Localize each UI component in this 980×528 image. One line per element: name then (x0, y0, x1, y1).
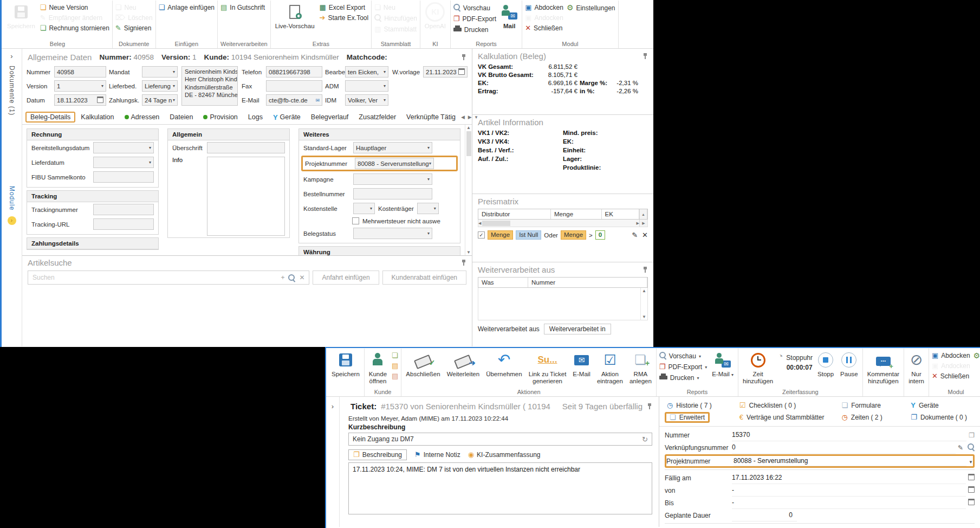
icon-button[interactable]: ▤ (392, 372, 398, 380)
filter-value-chip[interactable]: 0 (595, 230, 605, 240)
table-scrollbar[interactable]: ▲▼ (640, 288, 647, 320)
hinzufuegen-button[interactable]: Hinzufügen (374, 14, 417, 23)
andocken-button[interactable]: ▣Andocken (525, 14, 563, 22)
filter-checkbox[interactable]: ✓ (478, 231, 485, 239)
field-value[interactable]: 17.11.2023 16:22 (732, 472, 966, 484)
drucken-button[interactable]: Drucken (453, 25, 496, 34)
col-ek[interactable]: EK (602, 209, 639, 219)
pencil-icon[interactable]: ✎ (958, 444, 963, 452)
calendar-icon[interactable] (458, 68, 465, 75)
details-tab-dokumente-0[interactable]: ❐Dokumente ( 0 ) (908, 412, 975, 423)
field-value[interactable]: 0 (732, 441, 956, 454)
pin-icon[interactable] (642, 267, 648, 273)
tab-beleg-details[interactable]: Beleg-Details (25, 112, 75, 123)
neue-version-button[interactable]: ❏Neue Version (40, 4, 109, 11)
calendar-icon[interactable] (968, 486, 975, 494)
empfaenger-aendern-button[interactable]: ✎Empfänger ändern (40, 14, 109, 22)
field-verknuepfungsnummer[interactable]: Verknüpfungsnummer0✎ (665, 441, 975, 454)
mail-button[interactable]: ✉Mail (499, 1, 519, 30)
neu-button[interactable]: ❏Neu (374, 4, 417, 11)
edit-filter-icon[interactable]: ✎ (632, 231, 638, 239)
stammblatt-button[interactable]: ▥Stammblatt (374, 25, 417, 33)
adm-combo[interactable]: ▾ (345, 80, 388, 92)
field-nummer[interactable]: Nummer15370❐ (665, 429, 975, 441)
aktion-eintragen-button[interactable]: ☑Aktion eintragen (595, 349, 625, 385)
details-tab-checklisten-0[interactable]: ☑Checklisten ( 0 ) (737, 400, 840, 410)
preismatrix-hscrollbar[interactable]: ◀▶▶ (478, 220, 648, 227)
fibu-sammelkonto-field[interactable] (93, 171, 154, 183)
rechnung-stornieren-button[interactable]: ❏Rechnung stornieren (40, 24, 109, 32)
openai-button[interactable]: KIOpenAI (423, 1, 447, 30)
standard-lager-combo[interactable]: Hauptlager▾ (353, 142, 432, 153)
ueberschrift-field[interactable] (207, 142, 285, 153)
details-tab-zeiten-2[interactable]: ◷Zeiten ( 2 ) (840, 412, 909, 423)
idm-combo[interactable]: Volker, Ver▾ (345, 94, 388, 106)
neu-button[interactable]: ❏Neu (115, 4, 153, 11)
clear-icon[interactable]: ✕ (299, 274, 304, 281)
kunde-oeffnen-button[interactable]: Kunde öffnen (367, 349, 388, 385)
belegstatus-combo[interactable]: ▾ (353, 228, 432, 239)
ticket-tab-beschreibung[interactable]: ❐Beschreibung (348, 449, 407, 460)
calendar-icon[interactable] (968, 499, 975, 507)
col-distributor[interactable]: Distributor (478, 209, 551, 219)
copy-icon[interactable]: ❐ (969, 432, 975, 439)
search-sm-icon[interactable] (968, 443, 975, 452)
anlage-einfuegen-button[interactable]: ❏Anlage einfügen (159, 4, 215, 11)
schliessen-button[interactable]: ✕Schließen (525, 24, 563, 32)
e-mail-button[interactable]: ✉E-Mail ▾ (710, 349, 735, 378)
kostentraeger-combo[interactable]: ▾ (417, 203, 439, 214)
field-value[interactable]: 15370 (732, 429, 966, 441)
kundenrabatt-einfuegen-button[interactable]: Kundenrabatt einfügen (382, 271, 466, 285)
field-von[interactable]: von- (665, 484, 975, 497)
nur-intern-button[interactable]: ⊘Nur intern (907, 349, 926, 385)
zahlungsk-combo[interactable]: 24 Tage n▾ (142, 94, 178, 106)
uebernehmen-button[interactable]: ↶Übernehmen (484, 349, 523, 378)
refresh-icon[interactable]: ↻ (642, 435, 648, 443)
field-geplante-dauer[interactable]: Geplante Dauer0 (665, 509, 975, 521)
tab-provision[interactable]: Provision (198, 112, 242, 123)
ticket-tab-ki-zusammenfassung[interactable]: ◉KI-Zusammenfassung (468, 451, 541, 459)
kurzbeschreibung-input[interactable] (353, 435, 639, 443)
filter-field-chip[interactable]: Menge (561, 230, 586, 240)
tab-geraete[interactable]: YGeräte (268, 112, 306, 123)
kommentar-hinzufuegen-button[interactable]: ...+Kommentar hinzufügen (866, 349, 901, 385)
tab-logs[interactable]: Logs (243, 112, 268, 123)
beschreibung-textarea[interactable]: 17.11.2023 10:24, MIME: DM 7 ist von den… (348, 462, 652, 514)
field-faellig-am[interactable]: Fällig am17.11.2023 16:22 (665, 472, 975, 484)
details-tab-geraete[interactable]: YGeräte (908, 400, 975, 410)
vorschau-button[interactable]: Vorschau (453, 4, 496, 12)
tabcontent-scrollbar[interactable]: ▲▼ (465, 125, 472, 255)
calendar-icon[interactable] (97, 96, 103, 103)
field-value[interactable]: 0 (732, 509, 797, 521)
icon-button[interactable]: ▤ (392, 362, 398, 370)
module-badge-icon[interactable]: › (8, 216, 16, 225)
icon-button[interactable]: ⚙ (973, 352, 980, 360)
abdocken-button[interactable]: ▣Abdocken (525, 4, 563, 11)
field-value[interactable] (732, 525, 972, 527)
abdocken-button[interactable]: ▣Abdocken (932, 352, 970, 359)
kampagne-combo[interactable]: ▾ (353, 173, 432, 185)
anfahrt-einfuegen-button[interactable]: Anfahrt einfügen (313, 271, 379, 285)
tab-scroll-left-icon[interactable]: ◀ (461, 114, 465, 120)
pin-icon[interactable] (461, 54, 466, 60)
lieferbed-combo[interactable]: Lieferung▾ (142, 80, 178, 92)
customer-address-box[interactable]: Seniorenheim Kindsmüll Herr Christoph Ki… (181, 66, 238, 106)
filter-field-chip[interactable]: Menge (488, 230, 513, 240)
in-gutschrift-button[interactable]: ▤In Gutschrift (220, 4, 265, 11)
pin-icon[interactable] (642, 53, 648, 59)
vorschau-button[interactable]: Vorschau▾ (659, 352, 707, 360)
tab-scroll-right-icon[interactable]: ▶ (468, 114, 472, 120)
pause-button[interactable]: Pause (839, 349, 860, 378)
trackingnummer-field[interactable] (93, 204, 154, 215)
sidebar-tab-dokumente[interactable]: Dokumente (1) (8, 66, 16, 115)
add-icon[interactable]: + (281, 274, 284, 281)
schliessen-button[interactable]: ✕Schließen (932, 372, 970, 380)
datum-field[interactable]: 18.11.2023 (54, 94, 106, 106)
details-tab-erweitert[interactable]: ❏Erweitert (665, 412, 710, 423)
live-vorschau-button[interactable]: Live-Vorschau (274, 1, 316, 30)
tab-weiterverarbeitet-in[interactable]: Weiterverarbeitet in (544, 324, 611, 334)
search-icon[interactable] (288, 274, 295, 281)
tab-belegverlauf[interactable]: Belegverlauf (306, 112, 354, 123)
calendar-icon[interactable] (968, 474, 975, 482)
tab-weiterverarbeitet-aus[interactable]: Weiterverarbeitet aus (478, 325, 540, 333)
